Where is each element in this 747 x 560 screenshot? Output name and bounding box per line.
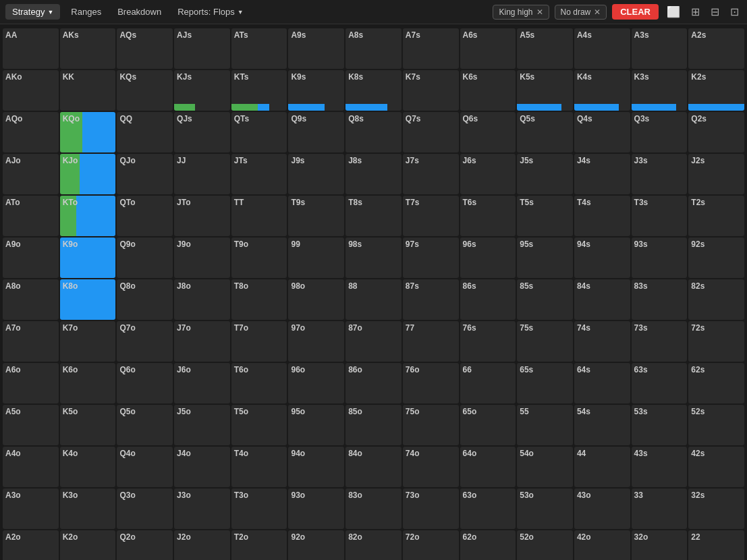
breakdown-button[interactable]: Breakdown: [112, 4, 167, 20]
table-cell[interactable]: A5o: [3, 405, 59, 445]
table-cell[interactable]: Q6s: [460, 112, 516, 152]
table-cell[interactable]: K8o: [60, 279, 116, 320]
table-cell[interactable]: T2s: [688, 196, 744, 236]
table-cell[interactable]: T6s: [460, 196, 516, 236]
layout-icon-1[interactable]: ⬜: [664, 4, 683, 20]
table-cell[interactable]: 44: [574, 447, 630, 487]
table-cell[interactable]: 74s: [574, 321, 630, 362]
table-cell[interactable]: T3s: [632, 196, 688, 236]
table-cell[interactable]: 86s: [460, 279, 516, 320]
table-cell[interactable]: A2o: [3, 530, 59, 560]
table-cell[interactable]: A3o: [3, 488, 59, 529]
table-cell[interactable]: A8o: [3, 279, 59, 320]
table-cell[interactable]: A3s: [632, 28, 688, 69]
table-cell[interactable]: Q9o: [117, 237, 173, 278]
table-cell[interactable]: T4s: [574, 196, 630, 236]
table-cell[interactable]: J3o: [174, 488, 230, 529]
table-cell[interactable]: J5s: [517, 154, 573, 194]
table-cell[interactable]: 98s: [345, 237, 402, 278]
table-cell[interactable]: Q5o: [117, 405, 173, 445]
table-cell[interactable]: J2s: [688, 154, 744, 194]
table-cell[interactable]: T9s: [288, 196, 344, 236]
table-cell[interactable]: KK: [60, 70, 116, 111]
table-cell[interactable]: ATo: [3, 196, 59, 236]
table-cell[interactable]: T3o: [231, 488, 287, 529]
table-cell[interactable]: Q2s: [688, 112, 744, 152]
table-cell[interactable]: A7s: [403, 28, 459, 69]
table-cell[interactable]: 62s: [688, 363, 744, 403]
table-cell[interactable]: T7s: [403, 196, 459, 236]
table-cell[interactable]: 77: [403, 321, 459, 362]
table-cell[interactable]: 98o: [288, 279, 344, 320]
table-cell[interactable]: 65o: [460, 405, 516, 445]
layout-icon-2[interactable]: ⊞: [688, 4, 702, 20]
table-cell[interactable]: K2o: [60, 530, 116, 560]
table-cell[interactable]: 76o: [403, 363, 459, 403]
table-cell[interactable]: 76s: [460, 321, 516, 362]
filter-no-draw-close[interactable]: ✕: [594, 7, 601, 17]
table-cell[interactable]: AKo: [3, 70, 59, 111]
clear-button[interactable]: CLEAR: [612, 4, 659, 20]
table-cell[interactable]: Q3s: [632, 112, 688, 152]
table-cell[interactable]: T5s: [517, 196, 573, 236]
table-cell[interactable]: K8s: [345, 70, 402, 111]
table-cell[interactable]: 93s: [632, 237, 688, 278]
table-cell[interactable]: 82o: [345, 530, 402, 560]
table-cell[interactable]: 65s: [517, 363, 573, 403]
table-cell[interactable]: Q4o: [117, 447, 173, 487]
table-cell[interactable]: K5o: [60, 405, 116, 445]
table-cell[interactable]: 42s: [688, 447, 744, 487]
table-cell[interactable]: QJs: [174, 112, 230, 152]
table-cell[interactable]: K4o: [60, 447, 116, 487]
table-cell[interactable]: 32s: [688, 488, 744, 529]
table-cell[interactable]: J5o: [174, 405, 230, 445]
table-cell[interactable]: 93o: [288, 488, 344, 529]
reports-button[interactable]: Reports: Flops: [172, 4, 248, 20]
table-cell[interactable]: J3s: [632, 154, 688, 194]
table-cell[interactable]: Q8o: [117, 279, 173, 320]
table-cell[interactable]: ATs: [231, 28, 287, 69]
table-cell[interactable]: 63o: [460, 488, 516, 529]
table-cell[interactable]: K3o: [60, 488, 116, 529]
table-cell[interactable]: K7s: [403, 70, 459, 111]
table-cell[interactable]: 99: [288, 237, 344, 278]
table-cell[interactable]: 43s: [632, 447, 688, 487]
table-cell[interactable]: J8o: [174, 279, 230, 320]
table-cell[interactable]: A6o: [3, 363, 59, 403]
strategy-button[interactable]: Strategy: [5, 4, 60, 20]
table-cell[interactable]: T7o: [231, 321, 287, 362]
table-cell[interactable]: AQs: [117, 28, 173, 69]
table-cell[interactable]: 72s: [688, 321, 744, 362]
table-cell[interactable]: AQo: [3, 112, 59, 152]
table-cell[interactable]: 84s: [574, 279, 630, 320]
table-cell[interactable]: A4s: [574, 28, 630, 69]
table-cell[interactable]: K2s: [688, 70, 744, 111]
table-cell[interactable]: AJo: [3, 154, 59, 194]
table-cell[interactable]: A8s: [345, 28, 402, 69]
table-cell[interactable]: Q2o: [117, 530, 173, 560]
table-cell[interactable]: K5s: [517, 70, 573, 111]
table-cell[interactable]: AKs: [60, 28, 116, 69]
table-cell[interactable]: 96s: [460, 237, 516, 278]
layout-icon-3[interactable]: ⊟: [708, 4, 722, 20]
table-cell[interactable]: QQ: [117, 112, 173, 152]
table-cell[interactable]: 95s: [517, 237, 573, 278]
table-cell[interactable]: J4o: [174, 447, 230, 487]
table-cell[interactable]: QTo: [117, 196, 173, 236]
table-cell[interactable]: 94o: [288, 447, 344, 487]
table-cell[interactable]: Q3o: [117, 488, 173, 529]
table-cell[interactable]: J7o: [174, 321, 230, 362]
table-cell[interactable]: JJ: [174, 154, 230, 194]
filter-king-high-close[interactable]: ✕: [536, 7, 543, 17]
table-cell[interactable]: A4o: [3, 447, 59, 487]
table-cell[interactable]: 64o: [460, 447, 516, 487]
table-cell[interactable]: 85s: [517, 279, 573, 320]
table-cell[interactable]: 75s: [517, 321, 573, 362]
table-cell[interactable]: 72o: [403, 530, 459, 560]
table-cell[interactable]: 86o: [345, 363, 402, 403]
table-cell[interactable]: J6s: [460, 154, 516, 194]
table-cell[interactable]: 97s: [403, 237, 459, 278]
table-cell[interactable]: J6o: [174, 363, 230, 403]
table-cell[interactable]: 55: [517, 405, 573, 445]
table-cell[interactable]: 52o: [517, 530, 573, 560]
